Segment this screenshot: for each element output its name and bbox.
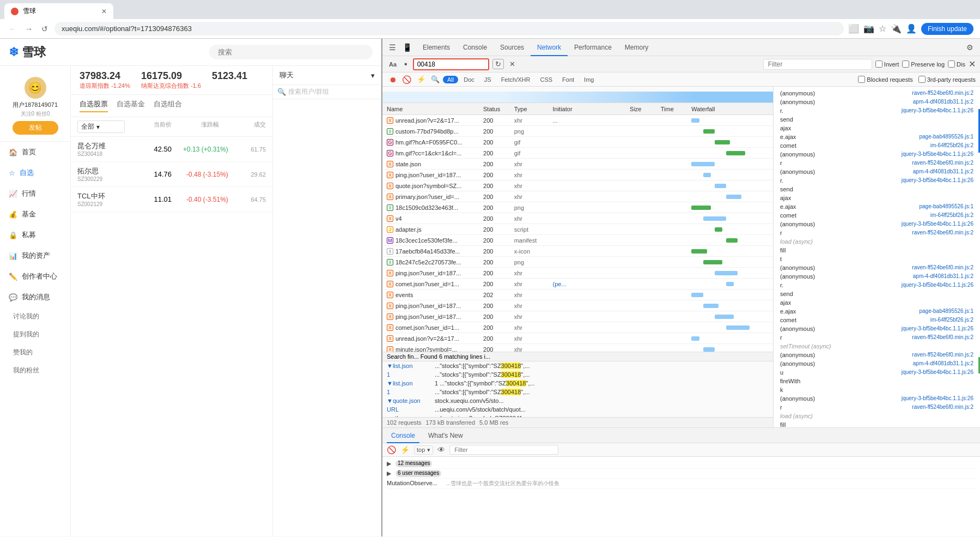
reload-button[interactable]: ↺ bbox=[39, 23, 50, 34]
clear-search-btn[interactable]: ✕ bbox=[507, 59, 518, 69]
tab-network[interactable]: Network bbox=[531, 39, 568, 56]
call-file-20[interactable]: raven-ff524be6f0.min.js:2 bbox=[912, 264, 973, 271]
tab-sources[interactable]: Sources bbox=[494, 39, 531, 56]
console-filter-btn[interactable]: ⚡ bbox=[400, 445, 410, 454]
call-stack-item-34[interactable]: k bbox=[774, 385, 980, 394]
call-file-10[interactable]: jquery-3-bf5be4b4bc.1.1.js:26 bbox=[902, 177, 973, 184]
search-result-2[interactable]: ▼list.json 1 ..."stocks":[{"symbol":"SZ3… bbox=[382, 379, 773, 388]
extensions-icon[interactable]: ⬜ bbox=[848, 23, 859, 34]
network-row-1[interactable]: I custom-77bd794bd8p... 200 png bbox=[382, 126, 773, 137]
network-row-0[interactable]: X unread.json?v=2&=17... 200 xhr ... bbox=[382, 115, 773, 126]
call-file-27[interactable]: jquery-3-bf5be4b4bc.1.1.js:26 bbox=[902, 325, 973, 332]
call-stack-item-1[interactable]: (anonymous) apm-4-df4081db31.1.js:2 bbox=[774, 98, 980, 106]
call-stack-item-31[interactable]: (anonymous) apm-4-df4081db31.1.js:2 bbox=[774, 359, 980, 368]
sub-nav-mention[interactable]: 提到我的 bbox=[4, 325, 70, 343]
third-party-checkbox[interactable]: 3rd-party requests bbox=[918, 76, 976, 83]
blocked-requests-checkbox[interactable]: Blocked requests bbox=[858, 76, 912, 83]
network-row-21[interactable]: X minute.json?symbol=... 200 xhr bbox=[382, 344, 773, 352]
search-result-0[interactable]: ▼list.json ..."stocks":[{"symbol":"SZ300… bbox=[382, 361, 773, 370]
call-file-13[interactable]: page-bab4895526.js:1 bbox=[919, 203, 973, 210]
profile-icon[interactable]: 👤 bbox=[906, 23, 917, 34]
stock-row-2[interactable]: TCL中环 SZ002129 11.01 -0.40 (-3.51%) 64.7… bbox=[71, 187, 272, 212]
back-button[interactable]: ← bbox=[7, 23, 19, 34]
tab-memory[interactable]: Memory bbox=[618, 39, 655, 56]
call-file-1[interactable]: apm-4-df4081db31.1.js:2 bbox=[913, 99, 973, 105]
console-clear-btn[interactable]: 🚫 bbox=[387, 445, 396, 454]
console-expand-icon[interactable]: ▶ bbox=[387, 460, 391, 467]
network-search-input[interactable] bbox=[413, 58, 489, 70]
network-row-15[interactable]: X comet.json?user_id=1... 200 xhr (pe... bbox=[382, 279, 773, 289]
chat-search-placeholder[interactable]: 搜索用户/群组 bbox=[288, 87, 329, 96]
devtools-device-btn[interactable]: 📱 bbox=[400, 42, 414, 53]
xq-post-button[interactable]: 发帖 bbox=[13, 121, 58, 135]
call-stack-item-16[interactable]: r raven-ff524be6f0.min.js:2 bbox=[774, 228, 980, 237]
filter-tab-all[interactable]: All bbox=[443, 76, 458, 83]
call-stack-item-8[interactable]: r raven-ff524be6f0.min.js:2 bbox=[774, 159, 980, 167]
refresh-search-btn[interactable]: ↻ bbox=[492, 59, 504, 69]
tab-performance[interactable]: Performance bbox=[568, 39, 618, 56]
call-file-15[interactable]: jquery-3-bf5be4b4bc.1.1.js:26 bbox=[902, 221, 973, 227]
sidebar-item-funds[interactable]: 💰 基金 bbox=[0, 204, 70, 225]
call-file-30[interactable]: raven-ff524be6f0.min.js:2 bbox=[912, 352, 973, 358]
call-stack-item-38[interactable]: fill bbox=[774, 420, 980, 427]
network-row-2[interactable]: G hm.gif?hcA=F0595FC0... 200 gif bbox=[382, 137, 773, 148]
sidebar-item-market[interactable]: 📈 行情 bbox=[0, 183, 70, 204]
active-tab[interactable]: 雪球 ✕ bbox=[4, 3, 113, 19]
call-file-8[interactable]: raven-ff524be6f0.min.js:2 bbox=[912, 160, 973, 166]
call-stack-item-24[interactable]: ajax bbox=[774, 298, 980, 307]
blocked-check[interactable] bbox=[858, 76, 865, 83]
call-stack-item-18[interactable]: fill bbox=[774, 246, 980, 255]
stock-row-1[interactable]: 拓尔思 SZ300229 14.76 -0.48 (-3.15%) 29.62 bbox=[71, 162, 272, 187]
call-stack-item-37[interactable]: load (async) bbox=[774, 412, 980, 420]
call-stack-item-12[interactable]: ajax bbox=[774, 194, 980, 202]
extension-icon[interactable]: 🔌 bbox=[891, 23, 902, 34]
tab-stocks[interactable]: 自选股票 bbox=[80, 99, 108, 112]
network-row-20[interactable]: X unread.json?v=2&=17... 200 xhr bbox=[382, 333, 773, 344]
call-stack-item-20[interactable]: (anonymous) raven-ff524be6f0.min.js:2 bbox=[774, 263, 980, 272]
network-row-4[interactable]: X state.json 200 xhr bbox=[382, 159, 773, 170]
network-row-14[interactable]: X ping.json?user_id=187... 200 xhr bbox=[382, 268, 773, 279]
forward-button[interactable]: → bbox=[23, 23, 35, 34]
network-row-8[interactable]: I 18c1509c0d323e463f... 200 png bbox=[382, 202, 773, 213]
call-file-7[interactable]: jquery-3-bf5be4b4bc.1.1.js:26 bbox=[902, 151, 973, 158]
network-row-18[interactable]: X ping.json?user_id=187... 200 xhr bbox=[382, 311, 773, 322]
devtools-inspect-btn[interactable]: ☰ bbox=[387, 42, 398, 53]
call-stack-item-3[interactable]: send bbox=[774, 115, 980, 124]
tab-elements[interactable]: Elements bbox=[416, 39, 456, 56]
filter-icon-btn[interactable]: ⚡ bbox=[415, 75, 428, 84]
call-file-36[interactable]: raven-ff524be6f0.min.js:2 bbox=[912, 404, 973, 411]
call-stack-item-15[interactable]: (anonymous) jquery-3-bf5be4b4bc.1.1.js:2… bbox=[774, 220, 980, 228]
call-file-0[interactable]: raven-ff524be6f0.min.js:2 bbox=[912, 90, 973, 96]
call-stack-item-4[interactable]: ajax bbox=[774, 124, 980, 132]
filter-tab-doc[interactable]: Doc bbox=[459, 76, 479, 83]
tab-console[interactable]: Console bbox=[456, 39, 494, 56]
call-stack-item-0[interactable]: (anonymous) raven-ff524be6f0.min.js:2 bbox=[774, 89, 980, 98]
preserve-log-checkbox[interactable]: Preserve log bbox=[902, 61, 945, 68]
call-file-14[interactable]: im-64ff25bf26.js:2 bbox=[930, 212, 973, 219]
search-result-1[interactable]: 1 ..."stocks":[{"symbol":"SZ300418",... bbox=[382, 370, 773, 379]
network-filter-input[interactable] bbox=[763, 59, 872, 70]
call-file-32[interactable]: jquery-3-bf5be4b4bc.1.1.js:26 bbox=[902, 369, 973, 376]
network-row-12[interactable]: I 17aebcfb84a145d33fe... 200 x-icon bbox=[382, 246, 773, 257]
call-stack-item-25[interactable]: e.ajax page-bab4895526.js:1 bbox=[774, 307, 980, 316]
sub-nav-fans[interactable]: 我的粉丝 bbox=[4, 361, 70, 379]
record-btn[interactable]: ⏺ bbox=[387, 75, 399, 85]
console-level-select[interactable]: top ▾ bbox=[414, 445, 433, 455]
tab-funds[interactable]: 自选基金 bbox=[117, 99, 145, 112]
filter-tab-js[interactable]: JS bbox=[480, 76, 496, 83]
search-icon-btn[interactable]: 🔍 bbox=[429, 75, 442, 84]
call-file-5[interactable]: page-bab4895526.js:1 bbox=[919, 134, 973, 140]
xq-search-input[interactable] bbox=[209, 45, 373, 59]
console-tab-whatsnew[interactable]: What's New bbox=[424, 428, 467, 443]
call-file-25[interactable]: page-bab4895526.js:1 bbox=[919, 308, 973, 315]
filter-dropdown[interactable]: 全部 ▾ bbox=[77, 120, 125, 133]
sidebar-item-assets[interactable]: 📊 我的资产 bbox=[0, 245, 70, 266]
console-filter-input[interactable] bbox=[449, 445, 558, 455]
console-eye-btn[interactable]: 👁 bbox=[437, 445, 445, 454]
stock-row-0[interactable]: 昆仑万维 SZ300418 42.50 +0.13 (+0.31%) 61.75 bbox=[71, 137, 272, 162]
call-stack-item-17[interactable]: load (async) bbox=[774, 237, 980, 246]
network-row-13[interactable]: I 18c247c5e2c270573fe... 200 png bbox=[382, 257, 773, 268]
invert-check[interactable] bbox=[875, 61, 882, 68]
screenshot-icon[interactable]: 📷 bbox=[863, 23, 874, 34]
block-btn[interactable]: 🚫 bbox=[400, 75, 413, 85]
